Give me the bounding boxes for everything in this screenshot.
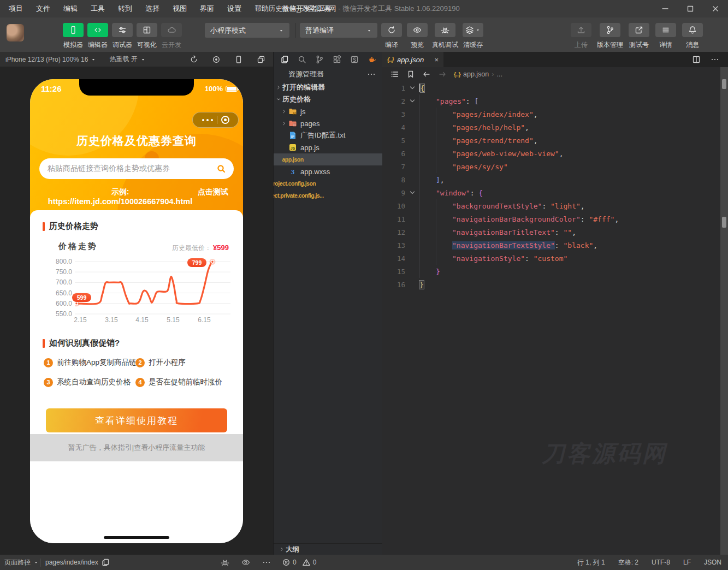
toolbar-button-bug[interactable]: 真机调试 [432,23,458,50]
statusbar-item-1[interactable]: 空格: 2 [618,558,638,567]
y-tick: 750.0 [48,268,72,276]
outline-section[interactable]: 大纲 [274,543,382,555]
toolbar-release-buttons: 上传版本管理测试号详情消息 [570,23,703,50]
menu-item-6[interactable]: 视图 [166,0,193,17]
record-icon[interactable] [212,55,221,64]
rotate-icon[interactable] [190,55,198,64]
tree-section[interactable]: 历史价格 [274,93,382,105]
statusbar-item-4[interactable]: JSON [704,559,721,566]
tab-app-json[interactable]: {..} app.json × [382,52,443,67]
menu-item-1[interactable]: 文件 [29,0,57,17]
code-area[interactable]: 1{2"pages": [3"pages/index/index",4"page… [382,81,720,555]
compile-select[interactable]: 普通编译 [300,23,377,38]
debug-icon[interactable] [221,558,229,567]
simulator-toolbar: iPhone 12/13 (Pro) 100% 16 热重载 开 [0,52,273,67]
menu-item-8[interactable]: 设置 [221,0,248,17]
problems-indicator[interactable]: 0 0 [282,555,316,570]
toolbar-button-menu[interactable]: 详情 [655,23,677,50]
scrollbar[interactable] [720,67,728,555]
files-icon[interactable] [280,55,289,64]
tree-item-json[interactable]: project.private.config.js... [274,189,382,201]
fold-icon[interactable] [408,188,417,197]
menu-item-4[interactable]: 转到 [111,0,139,17]
hot-reload-value: 热重载 开 [109,55,137,64]
statusbar-item-3[interactable]: LF [683,559,691,566]
user-avatar[interactable] [7,24,24,41]
maximize-button[interactable] [678,0,703,17]
more-icon[interactable] [367,70,376,79]
tree-item-folder-pages[interactable]: pages [274,117,382,129]
menu-item-3[interactable]: 工具 [84,0,111,17]
statusbar-item-2[interactable]: UTF-8 [652,559,670,566]
test-link[interactable]: 点击测试 [198,187,228,197]
device-select-value: iPhone 12/13 (Pro) 100% 16 [5,56,88,63]
tutorial-button[interactable]: 查看详细使用教程 [46,408,227,432]
close-tab-icon[interactable]: × [434,56,439,64]
toolbar-button-bell[interactable]: 消息 [682,23,703,50]
extensions-icon[interactable] [333,55,341,64]
bookmark-icon[interactable] [406,70,415,79]
git-branch-icon[interactable] [315,55,324,64]
menu-item-2[interactable]: 编辑 [57,0,84,17]
tree-item-txt[interactable]: 广告ID配置.txt [274,129,382,141]
hot-reload-toggle[interactable]: 热重载 开 [109,55,145,64]
page-path-select[interactable]: 页面路径 [4,555,39,570]
scrollbar-thumb[interactable] [722,79,726,89]
tree-item-json[interactable]: app.json [274,153,382,165]
example-url[interactable]: https://item.jd.com/100026667904.html [30,197,210,206]
svg-text:3: 3 [291,168,295,176]
home-indicator [104,536,169,539]
device-select[interactable]: iPhone 12/13 (Pro) 100% 16 [5,56,96,63]
toolbar-button-layers[interactable]: 清缓存 [462,23,484,50]
tree-item-jsfile[interactable]: JSapp.js [274,141,382,153]
utils-icon[interactable] [368,55,376,64]
breadcrumb-file[interactable]: {..} app.json › ... [454,70,502,78]
cloud-icon [167,26,176,34]
how-to-step-2: 2打开小程序 [135,358,186,367]
tree-item-folder-js[interactable]: JSjs [274,105,382,117]
toolbar-button-branch[interactable]: 版本管理 [597,23,623,50]
toolbar-button-refresh[interactable]: 编译 [381,23,403,50]
back-icon[interactable] [422,70,431,79]
menu-item-9[interactable]: 帮助 [248,0,275,17]
toolbar-button-phone[interactable]: 模拟器 [62,23,84,50]
more-icon[interactable] [262,558,271,567]
toolbar-button-layout[interactable]: 可视化 [136,23,158,50]
tree-section[interactable]: 打开的编辑器 [274,81,382,93]
close-button[interactable] [703,0,728,17]
split-editor-icon[interactable] [692,55,701,64]
toolbar-button-eye[interactable]: 预览 [406,23,428,50]
minimize-icon [661,4,670,13]
fold-icon[interactable] [408,84,417,92]
toolbar-button-tune[interactable]: 调试器 [111,23,133,50]
preview-icon[interactable] [241,558,250,567]
search-input[interactable]: 粘贴商品链接查询价格走势或优惠券 [39,158,234,179]
device-frame-icon[interactable] [234,55,243,64]
mode-select[interactable]: 小程序模式 [205,23,289,38]
minimize-button[interactable] [653,0,678,17]
menu-item-0[interactable]: 项目 [2,0,29,17]
search-icon[interactable] [298,55,306,64]
main-toolbar: 模拟器编辑器调试器可视化云开发 小程序模式 普通编译 编译预览真机调试清缓存 上… [0,17,728,52]
miniapp-capsule[interactable] [192,112,239,128]
menu-item-5[interactable]: 选择 [139,0,166,17]
menu-item-7[interactable]: 界面 [193,0,221,17]
outline-list-icon[interactable] [390,70,399,79]
page-path-value: pages/index/index [45,559,98,566]
fold-icon[interactable] [408,97,417,105]
multi-window-icon[interactable] [257,55,265,64]
statusbar-item-0[interactable]: 行 1, 列 1 [577,558,605,567]
page-path-label: 页面路径 [4,558,31,567]
step-text: 前往购物App复制商品链接 [57,358,144,367]
tree-item-json[interactable]: project.config.json [274,177,382,189]
tree-item-wxss[interactable]: 3app.wxss [274,165,382,177]
x-tick: 2.15 [69,316,91,324]
more-icon[interactable] [711,55,719,64]
menu-item-10[interactable]: 微信开发者工具 [275,0,338,17]
npm-icon[interactable] [350,55,359,64]
statusbar-divider [40,559,40,567]
copy-icon[interactable] [101,558,110,567]
toolbar-button-code[interactable]: 编辑器 [87,23,109,50]
toolbar-button-external[interactable]: 测试号 [628,23,650,50]
file-icon: JS [288,107,298,116]
